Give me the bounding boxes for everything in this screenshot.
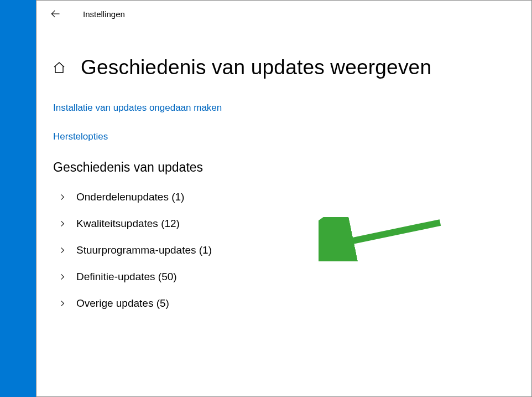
home-icon [53,61,66,74]
category-item-quality-updates[interactable]: Kwaliteitsupdates (12) [58,210,531,237]
category-list: Onderdelenupdates (1) Kwaliteitsupdates … [58,184,531,317]
page-header: Geschiedenis van updates weergeven [52,56,531,79]
category-item-driver-updates[interactable]: Stuurprogramma-updates (1) [58,237,531,264]
recovery-options-link[interactable]: Herstelopties [53,131,531,142]
page-title: Geschiedenis van updates weergeven [81,56,431,79]
category-label: Definitie-updates (50) [76,271,177,283]
category-label: Overige updates (5) [76,297,169,310]
category-label: Kwaliteitsupdates (12) [76,218,180,230]
category-label: Onderdelenupdates (1) [76,191,184,203]
category-item-feature-updates[interactable]: Onderdelenupdates (1) [58,184,531,210]
back-button[interactable] [46,5,64,23]
chevron-right-icon [58,298,67,308]
chevron-right-icon [58,272,67,282]
chevron-right-icon [58,219,67,229]
content-area: Geschiedenis van updates weergeven Insta… [36,27,531,317]
app-title: Instellingen [83,9,125,19]
update-history-section-title: Geschiedenis van updates [53,160,531,175]
chevron-right-icon [58,245,67,255]
titlebar: Instellingen [36,1,531,27]
category-item-definition-updates[interactable]: Definitie-updates (50) [58,264,531,290]
chevron-right-icon [58,192,67,202]
category-label: Stuurprogramma-updates (1) [76,244,212,256]
uninstall-updates-link[interactable]: Installatie van updates ongedaan maken [53,102,531,114]
home-button[interactable] [52,60,66,75]
settings-window: Instellingen Geschiedenis van updates we… [36,0,532,397]
category-item-other-updates[interactable]: Overige updates (5) [58,290,531,317]
back-arrow-icon [50,8,61,19]
